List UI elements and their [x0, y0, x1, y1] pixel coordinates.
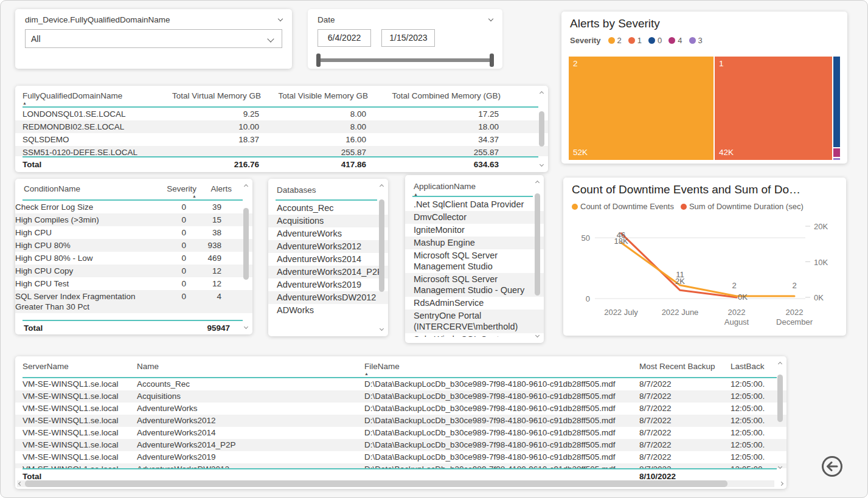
- legend-item[interactable]: 2: [608, 36, 622, 45]
- list-item[interactable]: Acquisitions: [268, 215, 388, 227]
- scrollbar-thumb[interactable]: [535, 193, 540, 296]
- scroll-up-icon[interactable]: [244, 184, 248, 188]
- legend-item[interactable]: Count of Downtime Events: [572, 202, 674, 211]
- list-item[interactable]: AdventureWorks2019: [268, 278, 388, 291]
- scroll-up-icon[interactable]: [778, 362, 782, 366]
- date-range-slider[interactable]: [316, 53, 494, 67]
- list-item[interactable]: AdventureWorks: [268, 227, 388, 240]
- vertical-scrollbar[interactable]: [534, 180, 542, 338]
- scrollbar-thumb[interactable]: [539, 111, 544, 147]
- column-header[interactable]: Name: [137, 356, 364, 377]
- scroll-down-icon[interactable]: [535, 333, 540, 337]
- table-row[interactable]: High CPU Copy012: [15, 265, 252, 277]
- scrollbar-thumb[interactable]: [777, 375, 783, 422]
- column-header[interactable]: Total Virtual Memory GB: [164, 86, 261, 106]
- line-series-count[interactable]: [621, 243, 794, 296]
- scroll-down-icon[interactable]: [244, 325, 248, 329]
- scroll-left-icon[interactable]: [18, 482, 23, 486]
- slider-handle-start[interactable]: [316, 54, 321, 67]
- column-header[interactable]: Alerts: [196, 179, 232, 199]
- line-series-duration[interactable]: [621, 233, 737, 297]
- table-row[interactable]: SSM51-0120-DEFE.SE.LOCAL255.87255.87: [15, 146, 548, 156]
- table-row[interactable]: REDMONDBI02.SE.LOCAL10.008.0018.00: [15, 120, 548, 133]
- table-row[interactable]: VM-SE-WINSQL1.se.localAdventureWorks2019…: [15, 451, 786, 463]
- fqdn-dropdown[interactable]: All: [25, 29, 282, 48]
- table-row[interactable]: High CPU 80%0938: [15, 239, 252, 252]
- legend-item[interactable]: 1: [628, 36, 642, 45]
- list-item[interactable]: AdventureWorks2012: [268, 240, 388, 253]
- chevron-down-icon[interactable]: [488, 16, 493, 21]
- list-item[interactable]: AdventureWorksDW2012: [268, 291, 388, 304]
- table-row[interactable]: High CPU 80% - Low0469: [15, 252, 252, 265]
- column-header[interactable]: FileName▲: [364, 356, 639, 377]
- cell: 8.00: [261, 108, 368, 120]
- legend-item[interactable]: Sum of Downtime Duration (sec): [681, 202, 804, 211]
- list-item[interactable]: Accounts_Rec: [268, 202, 388, 215]
- vertical-scrollbar[interactable]: [243, 184, 251, 330]
- column-header[interactable]: Total Visible Memory GB: [261, 86, 368, 106]
- list-item[interactable]: ADWorks: [268, 304, 388, 317]
- table-row[interactable]: VM-SE-WINSQL1.se.localAdventureWorks2012…: [15, 415, 786, 427]
- slider-handle-end[interactable]: [490, 54, 494, 67]
- severity-legend: Severity21043: [561, 30, 847, 45]
- legend-item[interactable]: 3: [689, 36, 703, 45]
- scroll-up-icon[interactable]: [540, 91, 544, 95]
- treemap-block-2[interactable]: 252K: [569, 57, 713, 160]
- scroll-down-icon[interactable]: [380, 327, 384, 331]
- vertical-scrollbar[interactable]: [777, 361, 785, 469]
- table-row[interactable]: VM-SE-WINSQL1.se.localAdventureWorksDW20…: [15, 463, 786, 468]
- table-row[interactable]: VM-SE-WINSQL1.se.localAdventureWorksD:\D…: [15, 403, 786, 415]
- list-item[interactable]: IgniteMonitor: [405, 224, 544, 237]
- table-row[interactable]: VM-SE-WINSQL1.se.localAdventureWorks2014…: [15, 439, 786, 451]
- list-item[interactable]: SolarWinds SQL Sentry: [405, 333, 544, 337]
- scroll-up-icon[interactable]: [380, 184, 384, 188]
- list-item[interactable]: SentryOne Portal (INTERCERVE\mberthold): [405, 310, 544, 333]
- table-row[interactable]: High Compiles (>3min)015: [15, 213, 252, 226]
- end-date-input[interactable]: 1/15/2023: [381, 29, 435, 47]
- treemap-block-4[interactable]: [833, 148, 840, 157]
- list-item[interactable]: .Net SqlClient Data Provider: [405, 198, 544, 211]
- downtime-line-chart[interactable]: 50020K10K0K2022 July2022 June2022August2…: [563, 213, 846, 334]
- list-item[interactable]: Microsoft SQL Server Management Studio -…: [405, 273, 544, 297]
- list-item[interactable]: DmvCollector: [405, 211, 544, 224]
- list-item[interactable]: Mashup Engine: [405, 237, 544, 249]
- column-header[interactable]: Total Combined Memory (GB): [368, 86, 501, 106]
- vertical-scrollbar[interactable]: [538, 91, 546, 167]
- column-header[interactable]: ServerName: [23, 356, 137, 377]
- column-header[interactable]: Severity▲: [156, 179, 196, 199]
- scrollbar-thumb[interactable]: [379, 199, 384, 292]
- start-date-input[interactable]: 6/4/2022: [318, 29, 371, 47]
- scroll-down-icon[interactable]: [778, 465, 782, 469]
- table-row[interactable]: SQLSDEMO18.3716.0034.37: [15, 133, 548, 146]
- treemap-block-1[interactable]: 142K: [715, 57, 832, 160]
- legend-item[interactable]: 4: [668, 36, 682, 45]
- table-row[interactable]: Check Error Log Size039: [15, 201, 252, 213]
- scroll-up-icon[interactable]: [535, 181, 540, 185]
- table-row[interactable]: LONDONSQL01.SE.LOCAL9.258.0017.25: [15, 108, 548, 120]
- column-header[interactable]: FullyQualifiedDomainName▲: [23, 86, 164, 106]
- list-item[interactable]: Microsoft SQL Server Management Studio: [405, 249, 544, 273]
- table-row[interactable]: VM-SE-WINSQL1.se.localAcquisitionsD:\Dat…: [15, 390, 786, 403]
- table-row[interactable]: VM-SE-WINSQL1.se.localAdventureWorks2014…: [15, 427, 786, 439]
- table-row[interactable]: SQL Server Index Fragmentation Greater T…: [15, 290, 252, 313]
- table-row[interactable]: VM-SE-WINSQL1.se.localAccounts_RecD:\Dat…: [15, 378, 786, 390]
- table-row[interactable]: High CPU038: [15, 226, 252, 239]
- column-header[interactable]: LastBack: [731, 356, 773, 377]
- back-button[interactable]: [819, 454, 845, 479]
- scrollbar-thumb[interactable]: [25, 480, 727, 487]
- horizontal-scrollbar[interactable]: [17, 480, 774, 487]
- list-item[interactable]: AdventureWorks2014_P2P: [268, 266, 388, 278]
- treemap-block-3[interactable]: [833, 158, 840, 160]
- column-header[interactable]: Most Recent Backup: [639, 356, 731, 377]
- column-header[interactable]: ConditionName: [24, 179, 156, 199]
- table-row[interactable]: High CPU Test012: [15, 277, 252, 290]
- chevron-down-icon[interactable]: [278, 16, 283, 21]
- chart-title: Count of Downtime Events and Sum of Do…: [563, 178, 846, 196]
- scroll-down-icon[interactable]: [540, 162, 544, 167]
- treemap-block-0[interactable]: [833, 57, 840, 147]
- vertical-scrollbar[interactable]: [378, 184, 386, 331]
- legend-item[interactable]: 0: [648, 36, 662, 45]
- scrollbar-thumb[interactable]: [243, 208, 249, 280]
- list-item[interactable]: AdventureWorks2014: [268, 253, 388, 266]
- list-item[interactable]: RdsAdminService: [405, 297, 544, 310]
